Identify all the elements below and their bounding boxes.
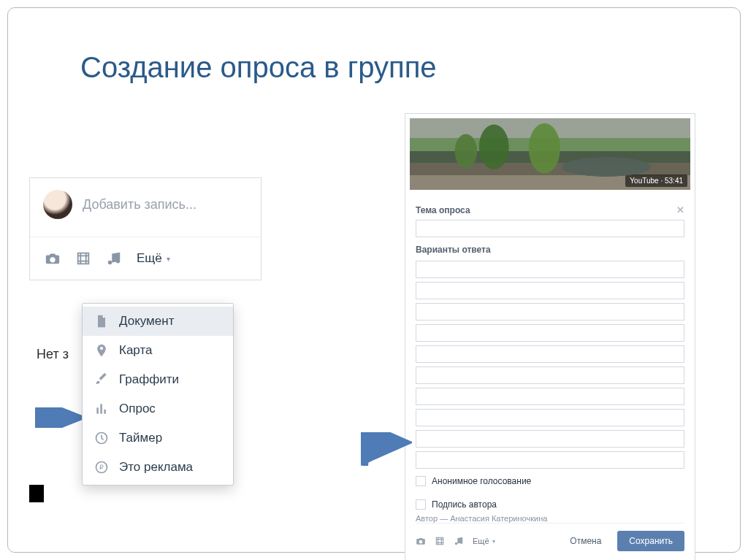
- svg-text:₽: ₽: [99, 464, 104, 471]
- more-label: Ещё: [473, 537, 489, 545]
- avatar[interactable]: [43, 190, 72, 219]
- anonymous-label: Анонимное голосование: [432, 476, 531, 486]
- anonymous-check-row[interactable]: Анонимное голосование: [416, 476, 684, 486]
- clock-icon: [94, 431, 109, 445]
- film-icon[interactable]: [75, 250, 91, 266]
- annotation-arrow-right: [359, 432, 412, 470]
- compose-panel: Ещё ▾: [29, 177, 262, 280]
- map-pin-icon: [94, 343, 109, 358]
- menu-item-poll[interactable]: Опрос: [83, 394, 233, 423]
- document-icon: [94, 314, 109, 329]
- poll-option-input[interactable]: [416, 282, 684, 299]
- camera-icon[interactable]: [416, 536, 426, 546]
- poll-option-input[interactable]: [416, 409, 684, 426]
- menu-item-timer[interactable]: Таймер: [83, 423, 233, 453]
- poll-topic-input[interactable]: [416, 220, 684, 237]
- menu-item-graffiti[interactable]: Граффити: [83, 365, 233, 394]
- signature-label: Подпись автора: [432, 499, 497, 510]
- poll-option-input[interactable]: [416, 324, 684, 342]
- checkbox[interactable]: [416, 476, 426, 486]
- answers-label: Варианты ответа: [416, 245, 684, 255]
- svg-rect-1: [100, 404, 102, 413]
- svg-rect-7: [436, 537, 443, 544]
- poll-options-list: [416, 261, 684, 469]
- more-dropdown-trigger[interactable]: Ещё ▾: [137, 251, 170, 266]
- svg-rect-2: [104, 410, 106, 414]
- compose-input[interactable]: [83, 197, 252, 212]
- menu-label: Это реклама: [119, 460, 193, 475]
- menu-item-ad[interactable]: ₽ Это реклама: [83, 453, 233, 482]
- more-dropdown-trigger[interactable]: Ещё ▾: [473, 537, 495, 545]
- attach-row: Ещё ▾: [30, 237, 261, 280]
- poll-option-input[interactable]: [416, 345, 684, 363]
- signature-check-row[interactable]: Подпись автора: [416, 499, 684, 510]
- checkbox[interactable]: [416, 499, 426, 510]
- close-icon[interactable]: ✕: [676, 204, 684, 215]
- compose-row: [30, 178, 261, 237]
- chevron-down-icon: ▾: [492, 538, 495, 545]
- annotation-arrow-left: [35, 407, 82, 428]
- post-footer: Ещё ▾ Отмена Сохранить: [416, 523, 684, 551]
- chevron-down-icon: ▾: [167, 255, 170, 263]
- poll-option-input[interactable]: [416, 388, 684, 405]
- poll-option-input[interactable]: [416, 303, 684, 321]
- svg-rect-0: [96, 407, 99, 413]
- film-icon[interactable]: [435, 536, 445, 546]
- save-button[interactable]: Сохранить: [617, 531, 684, 551]
- page-title: Создание опроса в группе: [80, 51, 437, 84]
- menu-item-map[interactable]: Карта: [83, 336, 233, 365]
- truncated-text: Нет з: [37, 347, 69, 362]
- menu-label: Опрос: [119, 402, 156, 416]
- attach-more-menu: Документ Карта Граффити Опрос Таймер ₽ Э…: [82, 303, 234, 486]
- video-badge: YouTube · 53:41: [625, 174, 687, 187]
- more-label: Ещё: [137, 251, 162, 266]
- menu-item-document[interactable]: Документ: [83, 307, 233, 336]
- poll-icon: [94, 402, 109, 416]
- poll-option-input[interactable]: [416, 451, 684, 469]
- cancel-button[interactable]: Отмена: [562, 532, 608, 551]
- poll-option-input[interactable]: [416, 261, 684, 278]
- attached-video-thumbnail[interactable]: YouTube · 53:41: [410, 118, 690, 190]
- poll-topic-label-row: Тема опроса ✕: [416, 204, 684, 215]
- music-icon[interactable]: [106, 250, 122, 266]
- menu-label: Таймер: [119, 431, 162, 445]
- fragment: [29, 485, 44, 502]
- camera-icon[interactable]: [45, 250, 61, 266]
- poll-topic-label: Тема опроса: [416, 205, 470, 215]
- ruble-icon: ₽: [94, 460, 109, 475]
- menu-label: Документ: [119, 314, 174, 329]
- brush-icon: [94, 372, 109, 387]
- poll-option-input[interactable]: [416, 367, 684, 384]
- author-line: Автор — Анастасия Катериночкина: [416, 514, 684, 523]
- menu-label: Карта: [119, 343, 153, 358]
- menu-label: Граффити: [119, 372, 179, 387]
- poll-editor-panel: YouTube · 53:41 Тема опроса ✕ Варианты о…: [405, 113, 695, 560]
- music-icon[interactable]: [454, 536, 464, 546]
- poll-option-input[interactable]: [416, 430, 684, 448]
